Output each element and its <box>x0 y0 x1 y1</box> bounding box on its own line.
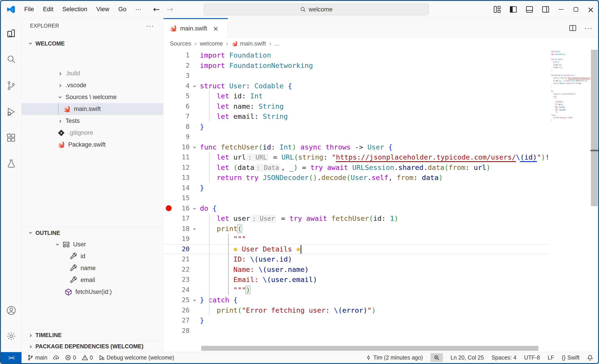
tree-item--vscode[interactable]: ›.vscode <box>22 79 163 91</box>
code-line-5[interactable]: 5 let id: Int <box>164 91 550 101</box>
gutter[interactable]: 27 <box>164 315 200 326</box>
back-arrow-icon[interactable]: ← <box>153 5 160 14</box>
menu-view[interactable]: View <box>93 4 113 15</box>
tree-item--gitignore[interactable]: .gitignore <box>22 127 163 139</box>
activity-account-button[interactable] <box>1 300 22 321</box>
status-ln-20-col-25[interactable]: Ln 20, Col 25 <box>450 354 484 361</box>
breakpoint-icon[interactable] <box>166 205 172 211</box>
gutter[interactable]: 18› <box>164 224 200 234</box>
vertical-scrollbar[interactable] <box>590 49 598 346</box>
outline-item-id[interactable]: id <box>22 250 163 262</box>
close-button[interactable]: × <box>583 1 598 18</box>
tab-main-swift[interactable]: main.swift × <box>164 18 228 38</box>
sidebar-section-timeline[interactable]: ›TIMELINE <box>22 330 163 341</box>
editor-more-actions[interactable]: ··· <box>584 24 593 32</box>
fold-chevron-icon[interactable]: › <box>192 299 198 301</box>
activity-source-control-button[interactable] <box>1 75 22 96</box>
gutter[interactable]: 13 <box>164 173 200 183</box>
remote-indicator[interactable]: >< <box>1 352 22 363</box>
menu-[interactable]: ··· <box>132 4 145 15</box>
breadcrumb-item-main-swift[interactable]: main.swift <box>231 40 266 47</box>
code-line-6[interactable]: 6 let name: String <box>164 101 550 112</box>
gutter[interactable]: 2 <box>164 60 200 71</box>
gutter[interactable]: 26 <box>164 305 200 316</box>
code-line-8[interactable]: 8} <box>164 122 550 132</box>
gutter[interactable]: 25› <box>164 295 200 305</box>
gutter[interactable]: 28 <box>164 326 200 336</box>
gutter[interactable]: 1 <box>164 50 200 60</box>
fold-chevron-icon[interactable]: › <box>192 85 198 87</box>
status-spaces-4[interactable]: Spaces: 4 <box>492 354 516 361</box>
code-line-19[interactable]: 19 """ <box>164 234 550 244</box>
code-line-18[interactable]: 18› print( <box>164 224 550 234</box>
fold-chevron-icon[interactable]: › <box>192 207 198 210</box>
gutter[interactable]: 8 <box>164 122 200 132</box>
vertical-scrollbar-thumb[interactable] <box>591 50 598 206</box>
gutter[interactable]: 9 <box>164 132 200 142</box>
gutter[interactable]: 21 <box>164 254 200 264</box>
gutter[interactable]: 14 <box>164 183 200 193</box>
breadcrumb-item--[interactable]: ... <box>275 40 280 47</box>
code-line-1[interactable]: 1import Foundation <box>164 50 550 60</box>
status-cloud-upload[interactable] <box>53 355 59 361</box>
fold-chevron-icon[interactable]: › <box>192 146 198 148</box>
activity-testing-button[interactable] <box>1 153 22 174</box>
sidebar-section-package-dependencies-welcome-[interactable]: ›PACKAGE DEPENDENCIES (WELCOME) <box>22 341 163 352</box>
gutter[interactable]: 7 <box>164 111 200 122</box>
status-bell[interactable] <box>587 355 593 361</box>
code-line-23[interactable]: 23 Email: \(user.email) <box>164 275 550 285</box>
gutter[interactable]: 17 <box>164 213 200 224</box>
code-line-10[interactable]: 10›func fetchUser(id: Int) async throws … <box>164 142 550 152</box>
code-line-16[interactable]: 16›do { <box>164 203 550 214</box>
status-lf[interactable]: LF <box>548 354 554 361</box>
code-line-11[interactable]: 11 let url: URL = URL(string: "https://j… <box>164 152 550 162</box>
breadcrumb-item-welcome[interactable]: welcome <box>200 40 223 47</box>
code-line-25[interactable]: 25›} catch { <box>164 295 550 305</box>
code-line-2[interactable]: 2import FoundationNetworking <box>164 60 550 71</box>
gutter[interactable]: 16› <box>164 203 200 214</box>
menu-edit[interactable]: Edit <box>39 4 57 15</box>
gutter[interactable]: 5 <box>164 91 200 101</box>
tree-item-package-swift[interactable]: Package.swift <box>22 139 163 151</box>
code-line-20[interactable]: 20 ✺ User Details ✺ <box>164 244 550 254</box>
horizontal-scrollbar-thumb[interactable] <box>201 346 538 351</box>
status-0[interactable]: 0 <box>65 354 76 361</box>
tree-item-tests[interactable]: ›Tests <box>22 115 163 127</box>
toggle-panel-button[interactable] <box>526 6 533 13</box>
menu-go[interactable]: Go <box>115 4 130 15</box>
code-line-13[interactable]: 13 return try JSONDecoder().decode(User.… <box>164 173 550 183</box>
activity-explorer-button[interactable] <box>1 23 22 44</box>
code-line-27[interactable]: 27} <box>164 315 550 326</box>
code-line-15[interactable]: 15 <box>164 193 550 203</box>
status-debug-welcome-welcome-[interactable]: Debug welcome (welcome) <box>99 354 174 361</box>
code-line-28[interactable]: 28 <box>164 326 550 336</box>
code-editor[interactable]: 1import Foundation2import FoundationNetw… <box>164 49 550 346</box>
code-line-3[interactable]: 3 <box>164 71 550 81</box>
gutter[interactable]: 6 <box>164 101 200 112</box>
maximize-button[interactable] <box>568 1 583 18</box>
toggle-secondary-sidebar-button[interactable] <box>542 6 549 13</box>
sidebar-section-outline[interactable]: › OUTLINE <box>22 227 163 238</box>
command-center-search[interactable]: welcome <box>204 4 429 15</box>
status-zoom-in[interactable] <box>431 353 443 362</box>
status-0[interactable]: 0 <box>82 354 93 361</box>
gutter[interactable]: 15 <box>164 193 200 203</box>
code-line-7[interactable]: 7 let email: String <box>164 111 550 122</box>
gutter[interactable]: 11 <box>164 152 200 162</box>
forward-arrow-icon[interactable]: → <box>167 5 173 14</box>
outline-item-email[interactable]: email <box>22 274 163 286</box>
code-line-17[interactable]: 17 let user: User = try await fetchUser(… <box>164 213 550 224</box>
minimap[interactable]: import Foundationimport FoundationNetwor… <box>550 49 590 206</box>
gutter[interactable]: 10› <box>164 142 200 152</box>
status-main[interactable]: main <box>27 354 47 361</box>
status-swift[interactable]: {}Swift <box>562 354 580 361</box>
fold-chevron-icon[interactable]: › <box>192 228 198 230</box>
tree-item-main-swift[interactable]: main.swift <box>22 103 163 115</box>
code-line-21[interactable]: 21 ID: \(user.id) <box>164 254 550 264</box>
sidebar-section-welcome[interactable]: › WELCOME <box>22 38 163 49</box>
code-line-12[interactable]: 12 let (data: Data, _) = try await URLSe… <box>164 162 550 173</box>
breadcrumb-item-sources[interactable]: Sources <box>170 40 191 47</box>
activity-settings-button[interactable] <box>1 326 22 347</box>
gutter[interactable]: 12 <box>164 162 200 173</box>
code-line-9[interactable]: 9 <box>164 132 550 142</box>
